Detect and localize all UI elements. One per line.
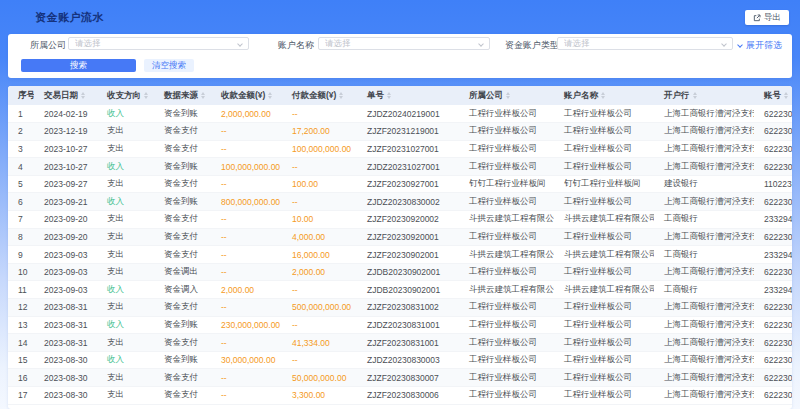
cell-bank: 上海工商银行漕河泾支行 [654, 316, 754, 334]
filter-label-0: 所属公司 [30, 39, 66, 52]
column-header-7[interactable]: 所属公司 [459, 86, 554, 105]
cell-index: 4 [8, 158, 34, 176]
cell-income: 800,000,000.00 [211, 193, 282, 211]
cell-direction: 收入 [97, 316, 154, 334]
column-header-4[interactable]: 收款金额(¥) [211, 86, 282, 105]
cell-index: 5 [8, 175, 34, 193]
cell-company: 斗拱云建筑工程有限公司 [459, 246, 554, 264]
page-title: 资金账户流水 [35, 10, 104, 25]
cell-payment: 3,300.00 [282, 387, 357, 405]
cell-source: 资金支付 [154, 369, 211, 387]
cell-direction: 收入 [97, 351, 154, 369]
cell-date: 2023-08-30 [34, 351, 97, 369]
sort-caret-icon [144, 92, 148, 99]
table-row: 42023-10-27收入资金到账100,000,000.00--ZJDZ202… [8, 158, 792, 176]
cell-income: 230,000,000.00 [211, 316, 282, 334]
cell-direction: 支出 [97, 334, 154, 352]
cell-date: 2023-09-20 [34, 228, 97, 246]
filter-select-0[interactable]: 请选择 [68, 37, 249, 50]
cell-bank: 上海工商银行漕河泾支行 [654, 299, 754, 317]
cell-income: -- [211, 263, 282, 281]
cell-index: 17 [8, 387, 34, 405]
cell-date: 2023-10-27 [34, 140, 97, 158]
cell-account-no: 622230111 [754, 299, 792, 317]
cell-income: -- [211, 369, 282, 387]
cell-bank: 上海工商银行漕河泾支行 [654, 158, 754, 176]
cell-account-no: 622230111 [754, 123, 792, 141]
column-header-2[interactable]: 收支方向 [97, 86, 154, 105]
flow-table-card: 序号交易日期收支方向数据来源收款金额(¥)付款金额(¥)单号所属公司账户名称开户… [8, 86, 792, 409]
cell-bank: 上海工商银行漕河泾支行 [654, 105, 754, 123]
cell-company: 工程行业样板公司 [459, 369, 554, 387]
filter-placeholder: 请选择 [75, 38, 101, 50]
cell-direction: 支出 [97, 299, 154, 317]
column-header-9[interactable]: 开户行 [654, 86, 754, 105]
filter-placeholder: 请选择 [325, 38, 351, 50]
column-header-10[interactable]: 账号 [754, 86, 792, 105]
table-row: 22023-12-19支出资金支付--17,200.00ZJZF20231219… [8, 123, 792, 141]
clear-search-button[interactable]: 清空搜索 [144, 59, 194, 72]
sort-caret-icon [784, 92, 788, 99]
cell-direction: 收入 [97, 281, 154, 299]
column-header-8[interactable]: 账户名称 [554, 86, 654, 105]
cell-bank: 上海工商银行漕河泾支行 [654, 263, 754, 281]
cell-payment: -- [282, 105, 357, 123]
cell-account-name: 工程行业样板公司 [554, 263, 654, 281]
cell-payment: -- [282, 193, 357, 211]
cell-source: 资金支付 [154, 123, 211, 141]
cell-company: 工程行业样板公司 [459, 158, 554, 176]
cell-company: 工程行业样板公司 [459, 123, 554, 141]
cell-account-name: 工程行业样板公司 [554, 387, 654, 405]
cell-source: 资金到账 [154, 351, 211, 369]
cell-company: 工程行业样板公司 [459, 140, 554, 158]
cell-order-no: ZJDZ20231027001 [357, 158, 459, 176]
cell-bank: 上海工商银行漕河泾支行 [654, 140, 754, 158]
table-row: 122023-08-31支出资金支付--500,000,000.00ZJZF20… [8, 299, 792, 317]
cell-order-no: ZJZF20230920001 [357, 228, 459, 246]
filter-select-2[interactable]: 请选择 [557, 37, 733, 50]
cell-source: 资金支付 [154, 246, 211, 264]
sort-caret-icon [387, 92, 391, 99]
cell-account-no: 622230111 [754, 158, 792, 176]
cell-order-no: ZJDZ20230831001 [357, 316, 459, 334]
cell-order-no: ZJZF20230831001 [357, 334, 459, 352]
filter-label-1: 账户名称 [278, 39, 314, 52]
cell-income: 100,000,000.00 [211, 158, 282, 176]
column-header-5[interactable]: 付款金额(¥) [282, 86, 357, 105]
cell-bank: 上海工商银行漕河泾支行 [654, 123, 754, 141]
table-row: 52023-09-27支出资金支付--100.00ZJZF20230927001… [8, 175, 792, 193]
cell-date: 2023-08-31 [34, 299, 97, 317]
search-button[interactable]: 搜索 [21, 59, 136, 72]
cell-payment: 16,000.00 [282, 246, 357, 264]
cell-company: 斗拱云建筑工程有限公司 [459, 281, 554, 299]
cell-bank: 上海工商银行漕河泾支行 [654, 369, 754, 387]
cell-date: 2023-09-20 [34, 211, 97, 229]
column-header-1[interactable]: 交易日期 [34, 86, 97, 105]
cell-payment: -- [282, 351, 357, 369]
cell-income: -- [211, 140, 282, 158]
table-row: 12024-02-19收入资金到账2,000,000.00--ZJDZ20240… [8, 105, 792, 123]
cell-index: 14 [8, 334, 34, 352]
cell-source: 资金支付 [154, 387, 211, 405]
column-header-6[interactable]: 单号 [357, 86, 459, 105]
cell-payment: -- [282, 281, 357, 299]
cell-account-no: 622230111 [754, 228, 792, 246]
cell-date: 2023-09-21 [34, 193, 97, 211]
cell-direction: 收入 [97, 158, 154, 176]
cell-bank: 上海工商银行漕河泾支行 [654, 351, 754, 369]
cell-account-name: 工程行业样板公司 [554, 228, 654, 246]
cell-source: 资金支付 [154, 334, 211, 352]
cell-company: 工程行业样板公司 [459, 105, 554, 123]
cell-bank: 上海工商银行漕河泾支行 [654, 193, 754, 211]
cell-order-no: ZJDB20230902001 [357, 263, 459, 281]
cell-income: -- [211, 334, 282, 352]
column-header-0: 序号 [8, 86, 34, 105]
expand-filters-label: 展开筛选 [746, 39, 782, 52]
column-header-3[interactable]: 数据来源 [154, 86, 211, 105]
cell-income: -- [211, 246, 282, 264]
cell-date: 2023-09-03 [34, 281, 97, 299]
export-button[interactable]: 导出 [745, 10, 789, 25]
expand-filters-link[interactable]: 展开筛选 [738, 39, 782, 52]
filter-select-1[interactable]: 请选择 [318, 37, 490, 50]
cell-company: 斗拱云建筑工程有限公司 [459, 211, 554, 229]
